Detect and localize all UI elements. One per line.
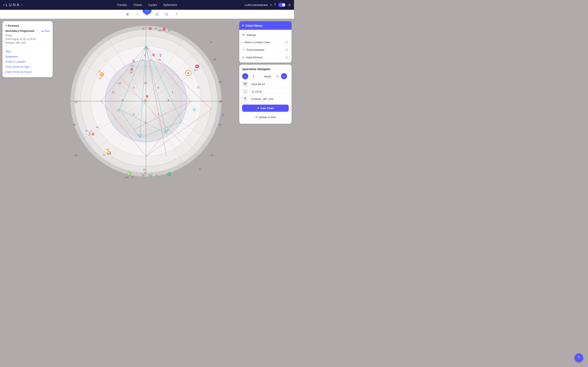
nav-charts[interactable]: Charts	[134, 3, 142, 7]
house-6: 6	[145, 121, 146, 124]
return-natal-menu-item[interactable]: ‹ Return to Natal Chart i	[242, 39, 289, 46]
sidebar-item-points-sign[interactable]: Chart Points by Sign	[5, 64, 50, 69]
return-natal-label: Return to Natal Chart	[245, 41, 270, 44]
return-natal-info-icon[interactable]: i	[285, 40, 289, 44]
nav-links: Transits Charts Cycles Ephemeris	[117, 3, 177, 7]
degree-upper-right: 4°	[210, 41, 213, 43]
save-button[interactable]: ☁ Save	[41, 30, 50, 33]
kosmos-title: Kosmos	[8, 24, 19, 27]
leo-lower-left: ♌	[105, 150, 109, 153]
sidebar-item-ephemeris[interactable]: Ephemeris	[5, 54, 50, 59]
chart-menu-card: ▾ Chart Menu ⚙ Settings ‹ Return to Nata…	[239, 21, 292, 63]
chart-location: Portland, OR, USA	[5, 41, 50, 45]
clock-icon: 🕐	[242, 89, 248, 94]
chart-date-info: Friday 2024 August 16 @ 11:19:26 Portlan…	[5, 34, 50, 45]
nav-number-input[interactable]	[250, 74, 260, 79]
natal-biwheel-label: Natal Biwheel	[246, 56, 263, 59]
toolbar-paperclip-icon[interactable]: 📎	[163, 11, 170, 17]
app-logo: LUNA ®	[3, 3, 24, 7]
natal-biwheel-info-icon[interactable]: i	[285, 55, 289, 59]
sidebar-item-atlas[interactable]: Atlas	[5, 49, 50, 54]
time-input[interactable]	[250, 89, 289, 94]
moon-degree2: 3°	[90, 130, 93, 132]
degree-right2: 56'	[219, 81, 222, 83]
date-input[interactable]	[250, 82, 289, 87]
degree-bottom: 22°	[142, 174, 145, 176]
degree-right4: 18°	[218, 124, 222, 126]
update-now-icon: ↺	[255, 116, 257, 119]
kosmos-header: ▾ Kosmos	[5, 24, 50, 27]
kosmos-chevron-icon[interactable]: ▾	[5, 24, 7, 27]
sidebar-item-points-house[interactable]: Chart Points by House	[5, 69, 50, 75]
top-navigation: LUNA ® Transits Charts Cycles Ephemeris …	[0, 0, 294, 10]
house-10: 10	[144, 81, 147, 84]
nav-next-button[interactable]: ›	[281, 73, 287, 79]
theme-toggle[interactable]	[278, 3, 286, 7]
arcmin-top: 4'	[155, 27, 156, 30]
saturn-sign: ♈	[130, 68, 133, 71]
cast-chart-icon: ✦	[257, 107, 259, 110]
virgo-min: 37'	[131, 176, 134, 179]
nav-cycles[interactable]: Cycles	[148, 3, 157, 7]
saturn-degree: 29°	[131, 65, 134, 67]
cast-chart-button[interactable]: ✦ Cast Chart	[242, 105, 289, 112]
sidebar-item-trinity[interactable]: Trinity & Lunation	[5, 59, 50, 64]
settings-menu-item[interactable]: ⚙ Settings	[242, 31, 289, 39]
venus-symbol: ♀	[143, 53, 146, 58]
degree-lower2: 4°	[199, 168, 201, 170]
virgo-degree: 24°	[125, 176, 129, 179]
nav-unit-select[interactable]: day(s) week(s) month(s) year(s)	[262, 74, 279, 79]
spacetime-navigator-card: Spacetime Navigator ‹ day(s) week(s) mon…	[239, 65, 292, 124]
capricorn-right: ♑	[222, 113, 224, 117]
pin-icon: 📍	[242, 96, 248, 102]
toolbar-layers-icon[interactable]: ⊞	[124, 11, 131, 17]
transit-icon: ↗	[242, 48, 245, 51]
degree-top2: 24°	[158, 29, 162, 32]
toolbar-person-icon[interactable]: ♀	[134, 11, 140, 17]
chart-date: 2024 August 16 @ 11:19:26	[5, 37, 50, 41]
toolbar-share-icon[interactable]: ⤴	[173, 11, 180, 17]
chart-type-label: Secondary Progressed	[5, 29, 34, 33]
cast-chart-label: Cast Chart	[260, 107, 274, 110]
help-nav-icon[interactable]: ?	[274, 3, 276, 7]
gemini-min: 13'	[99, 77, 102, 80]
taurus-left: ♉	[91, 132, 95, 136]
spacetime-nav-row: ‹ day(s) week(s) month(s) year(s) ›	[242, 73, 289, 79]
house-11: 11	[112, 91, 115, 94]
scorpio-bottom: ♏	[167, 172, 171, 175]
user-dropdown-arrow[interactable]: ▾	[270, 3, 272, 6]
natal-biwheel-menu-item[interactable]: ◎ Natal Biwheel i	[242, 54, 289, 61]
moon-degree: 3°	[86, 130, 88, 132]
arcmin-bottom: 4'	[156, 174, 157, 176]
chart-options-menu[interactable]: ⋯	[232, 20, 235, 25]
chart-menu-chevron[interactable]: ▾	[242, 24, 244, 27]
astrology-chart: ♄ 29° ♈ 50' ♀ 6° ♃ 3° ☿ 25° ⛢ ⚷ ♆ ♇	[68, 24, 224, 179]
left-panel: ▾ Kosmos Secondary Progressed ☁ Save Fri…	[0, 19, 55, 184]
saturn-symbol: ♄	[132, 59, 136, 64]
nav-right-section: LUNA Administrator ▾ ? ✕	[245, 3, 291, 7]
house-4: 4	[122, 99, 123, 102]
transit-biwheel-menu-item[interactable]: ↗ Transit Biwheel i	[242, 46, 289, 54]
nav-transits[interactable]: Transits	[117, 3, 127, 7]
nav-ephemeris[interactable]: Ephemeris	[164, 3, 177, 7]
update-now-button[interactable]: ↺ Update to Now	[242, 113, 289, 121]
right-panel: ▾ Chart Menu ⚙ Settings ‹ Return to Nata…	[237, 19, 294, 184]
mars-degree: 10°	[143, 168, 146, 171]
leo-degree: 19'	[103, 154, 105, 156]
nav-prev-button[interactable]: ‹	[242, 73, 248, 79]
close-nav-icon[interactable]: ✕	[288, 3, 291, 7]
degree-lower-right: 15°	[210, 154, 214, 157]
update-now-label: Update to Now	[259, 116, 276, 119]
virgo-bottom: ♍	[127, 171, 131, 176]
natal-icon: ◎	[242, 56, 245, 59]
house-9: 9	[157, 86, 159, 89]
gemini-left: ♊	[99, 72, 104, 77]
transit-biwheel-info-icon[interactable]: i	[285, 48, 289, 52]
house-12: 12	[118, 81, 121, 84]
degree-top: 22°	[142, 27, 145, 30]
toolbar-hierarchy-icon[interactable]: ⊡	[154, 11, 160, 17]
return-icon: ‹	[242, 41, 243, 44]
chart-area: ⋯	[55, 19, 237, 184]
kosmos-card: ▾ Kosmos Secondary Progressed ☁ Save Fri…	[2, 21, 53, 77]
location-input[interactable]	[250, 96, 289, 102]
